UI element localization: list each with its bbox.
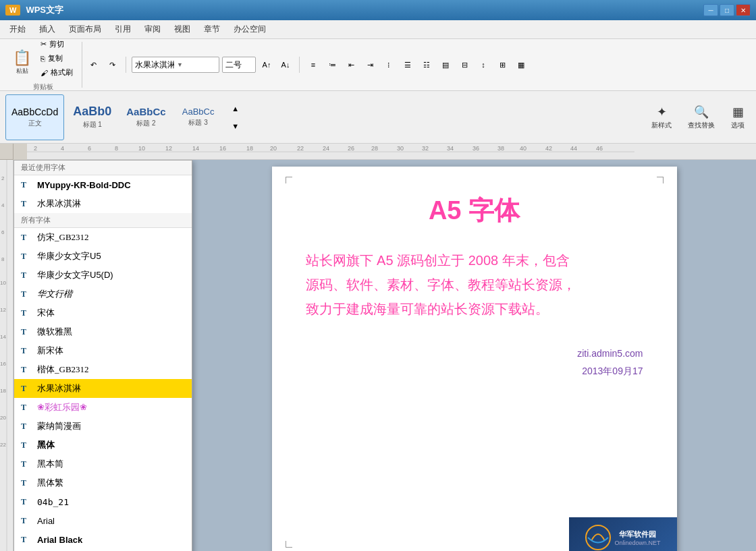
font-tt-icon-12: T <box>21 403 32 413</box>
indent-decrease-button[interactable]: ⇤ <box>343 57 359 73</box>
style-h2-preview: AaBbCc <box>126 106 165 117</box>
undo-button[interactable]: ↶ <box>85 57 101 73</box>
find-replace-button[interactable]: 🔍 查找替换 <box>682 101 721 134</box>
corner-tr <box>657 177 664 183</box>
svg-text:6: 6 <box>88 145 91 152</box>
font-size-selector[interactable]: 二号 <box>222 57 256 73</box>
main-layout: 2 4 6 8 10 12 14 16 18 20 22 最近使用字体 T MY… <box>0 160 756 551</box>
menu-start[interactable]: 开始 <box>3 21 32 38</box>
font-tt-icon-6: T <box>21 289 32 299</box>
close-button[interactable]: ✕ <box>736 4 751 16</box>
shade-button[interactable]: ▦ <box>513 57 529 73</box>
cut-button[interactable]: ✂ 剪切 <box>37 38 76 51</box>
svg-text:32: 32 <box>422 145 429 152</box>
style-h2-label: 标题 2 <box>136 119 155 128</box>
style-scroll-up[interactable]: ▲ <box>227 100 244 117</box>
font-dropdown-scroll[interactable]: 最近使用字体 T MYuppy-KR-Bold-DDC T 水果冰淇淋 所有字体… <box>14 161 192 551</box>
align-center-button[interactable]: ☰ <box>400 57 416 73</box>
border-button[interactable]: ⊞ <box>494 57 510 73</box>
font-item-mengna[interactable]: T 蒙纳简漫画 <box>14 417 192 436</box>
style-heading2[interactable]: AaBbCc 标题 2 <box>120 94 171 140</box>
copy-button[interactable]: ⎘ 复制 <box>37 52 76 65</box>
font-item-huakang2[interactable]: T 华康少女文字U5(D) <box>14 266 192 285</box>
menu-review[interactable]: 审阅 <box>138 21 167 38</box>
font-size-display: 二号 <box>225 59 242 71</box>
align-right-button[interactable]: ☷ <box>418 57 435 73</box>
font-tt-icon-17: T <box>21 497 32 507</box>
svg-text:42: 42 <box>545 145 552 152</box>
svg-text:36: 36 <box>473 145 479 152</box>
content-wrapper: 最近使用字体 T MYuppy-KR-Bold-DDC T 水果冰淇淋 所有字体… <box>14 160 756 551</box>
font-item-xinsong[interactable]: T 新宋体 <box>14 341 192 360</box>
list-unordered-button[interactable]: ≡ <box>305 57 321 73</box>
font-shrink-button[interactable]: A↓ <box>277 57 294 73</box>
menu-view[interactable]: 视图 <box>167 21 197 38</box>
minimize-button[interactable]: ─ <box>703 4 718 16</box>
font-tt-icon-3: T <box>21 233 32 243</box>
font-item-icecream-selected[interactable]: T 水果冰淇淋 <box>14 379 192 398</box>
font-selector[interactable]: 水果冰淇淋 ▼ <box>132 57 219 73</box>
recent-fonts-title: 最近使用字体 <box>14 161 192 175</box>
window-controls: ─ □ ✕ <box>703 4 751 16</box>
menu-office-space[interactable]: 办公空间 <box>227 21 273 38</box>
font-item-heiti[interactable]: T 黑体 <box>14 436 192 455</box>
font-item-fangsung[interactable]: T 仿宋_GB2312 <box>14 228 192 247</box>
font-item-04b[interactable]: T 04b_21 <box>14 492 192 511</box>
font-name-fancy: ❀彩虹乐园❀ <box>37 401 185 413</box>
font-item-heijian[interactable]: T 黑本简 <box>14 455 192 473</box>
font-item-icecream-recent[interactable]: T 水果冰淇淋 <box>14 194 192 213</box>
font-item-muyuppy-recent[interactable]: T MYuppy-KR-Bold-DDC <box>14 175 192 194</box>
style-scroll-down[interactable]: ▼ <box>227 118 244 134</box>
style-heading1[interactable]: AaBb0 标题 1 <box>67 94 117 140</box>
style-normal[interactable]: AaBbCcDd 正文 <box>5 94 64 140</box>
indent-increase-button[interactable]: ⇥ <box>362 57 378 73</box>
font-name-huawen: 华文行楷 <box>37 288 185 300</box>
format-paint-button[interactable]: 🖌 格式刷 <box>37 66 76 79</box>
font-name-icecream-recent: 水果冰淇淋 <box>37 198 185 210</box>
font-grow-button[interactable]: A↑ <box>259 57 275 73</box>
menu-chapter[interactable]: 章节 <box>197 21 227 38</box>
paste-button[interactable]: 📋 粘贴 <box>9 46 34 79</box>
maximize-button[interactable]: □ <box>720 4 734 16</box>
font-tt-icon-10: T <box>21 365 32 375</box>
font-item-kaiti[interactable]: T 楷体_GB2312 <box>14 360 192 379</box>
svg-text:34: 34 <box>447 145 454 152</box>
sort-button[interactable]: ↕ <box>475 57 491 73</box>
font-item-huawen[interactable]: T 华文行楷 <box>14 285 192 303</box>
font-item-arialblack[interactable]: T Arial Black <box>14 530 192 549</box>
new-style-button[interactable]: ✦ 新样式 <box>645 101 678 134</box>
font-name-muyuppy-recent: MYuppy-KR-Bold-DDC <box>37 180 185 190</box>
svg-point-36 <box>586 525 610 550</box>
select-button[interactable]: ▦ 选项 <box>725 101 751 134</box>
menu-reference[interactable]: 引用 <box>108 21 138 38</box>
font-item-heitf[interactable]: T 黑体繁 <box>14 473 192 492</box>
svg-text:8: 8 <box>1 256 5 262</box>
font-name-weihei: 微软雅黑 <box>37 326 185 338</box>
font-item-arial[interactable]: T Arial <box>14 511 192 530</box>
svg-text:4: 4 <box>1 202 5 208</box>
vertical-ruler: 2 4 6 8 10 12 14 16 18 20 22 <box>0 160 14 551</box>
document-date: 2013年09月17 <box>306 366 643 378</box>
document-body: 站长网旗下 A5 源码创立于 2008 年末，包含 源码、软件、素材、字体、教程… <box>306 248 643 321</box>
redo-button[interactable]: ↷ <box>104 57 120 73</box>
font-tt-icon-4: T <box>21 252 32 262</box>
font-item-songti[interactable]: T 宋体 <box>14 303 192 322</box>
font-tt-icon-15: T <box>21 459 32 469</box>
column-button[interactable]: ⊟ <box>456 57 473 73</box>
font-item-huakang1[interactable]: T 华康少女文字U5 <box>14 247 192 266</box>
menu-insert[interactable]: 插入 <box>32 21 62 38</box>
app-logo: W <box>5 5 20 16</box>
document-area: A5 字体 站长网旗下 A5 源码创立于 2008 年末，包含 源码、软件、素材… <box>192 160 756 551</box>
style-heading3[interactable]: AaBbCc 标题 3 <box>175 94 222 140</box>
find-replace-label: 查找替换 <box>688 121 715 130</box>
menu-page-layout[interactable]: 页面布局 <box>62 21 108 38</box>
document-signature: ziti.admin5.com <box>306 348 643 359</box>
align-left-button[interactable]: ⫶ <box>381 57 397 73</box>
main-toolbar: 📋 粘贴 ✂ 剪切 ⎘ 复制 🖌 格式刷 剪贴板 ↶ ↷ <box>0 39 756 91</box>
font-item-weihei[interactable]: T 微软雅黑 <box>14 322 192 341</box>
font-item-fancy[interactable]: T ❀彩虹乐园❀ <box>14 398 192 417</box>
justify-button[interactable]: ▤ <box>437 57 454 73</box>
horizontal-ruler: 2 4 6 8 10 12 14 16 18 20 22 24 26 28 30… <box>27 144 756 160</box>
doc-para-2: 源码、软件、素材、字体、教程等站长资源， <box>306 272 643 297</box>
list-ordered-button[interactable]: ≔ <box>324 57 340 73</box>
